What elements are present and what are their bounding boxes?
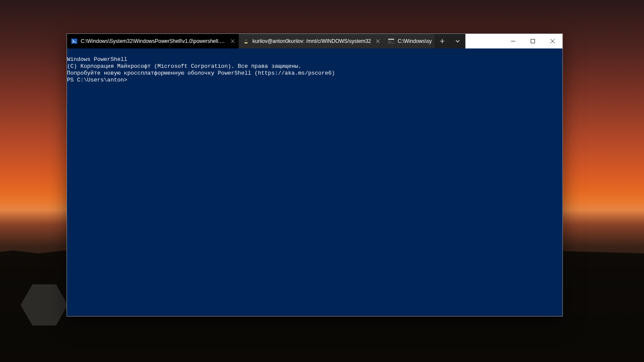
tab-close-button[interactable] [229,38,236,45]
powershell-icon [71,38,77,44]
terminal-output[interactable]: Windows PowerShell(C) Корпорация Майкрос… [67,48,562,316]
minimize-button[interactable] [503,34,523,48]
tab-label: C:\Windows\System32\WindowsPowerShell\v1… [81,38,226,44]
plus-icon [439,38,445,44]
titlebar: C:\Windows\System32\WindowsPowerShell\v1… [67,34,562,48]
svg-text:C:\: C:\ [389,41,392,43]
close-button[interactable] [543,34,562,48]
close-icon [550,39,555,43]
tab-label: C:\Windows\sy [398,38,431,44]
tab-cmd[interactable]: C:\ C:\Windows\sy [384,34,434,48]
tab-powershell[interactable]: C:\Windows\System32\WindowsPowerShell\v1… [67,34,239,48]
svg-rect-7 [388,39,394,40]
terminal-window: C:\Windows\System32\WindowsPowerShell\v1… [67,33,563,317]
tab-label: kurilov@anton0kurilov: /mnt/c/WINDOWS/sy… [252,38,371,44]
tab-wsl[interactable]: kurilov@anton0kurilov: /mnt/c/WINDOWS/sy… [239,34,384,48]
maximize-button[interactable] [523,34,543,48]
maximize-icon [531,39,535,43]
chevron-down-icon [455,38,461,44]
minimize-icon [511,39,515,43]
linux-icon [243,38,249,44]
tab-strip: C:\Windows\System32\WindowsPowerShell\v1… [67,34,465,48]
window-controls [503,34,562,48]
console-line: (C) Корпорация Майкрософт (Microsoft Cor… [67,63,562,70]
svg-rect-0 [71,39,77,44]
console-line: Попробуйте новую кроссплатформенную обол… [67,70,562,77]
svg-rect-9 [531,39,535,43]
svg-point-4 [246,40,246,40]
svg-point-1 [245,39,247,42]
svg-point-5 [246,40,247,40]
console-line: Windows PowerShell [67,56,562,63]
tab-close-button[interactable] [374,38,381,45]
new-tab-button[interactable] [434,34,450,48]
cmd-icon: C:\ [388,38,394,44]
tab-dropdown-button[interactable] [450,34,465,48]
console-prompt: PS C:\Users\anton> [67,77,562,84]
